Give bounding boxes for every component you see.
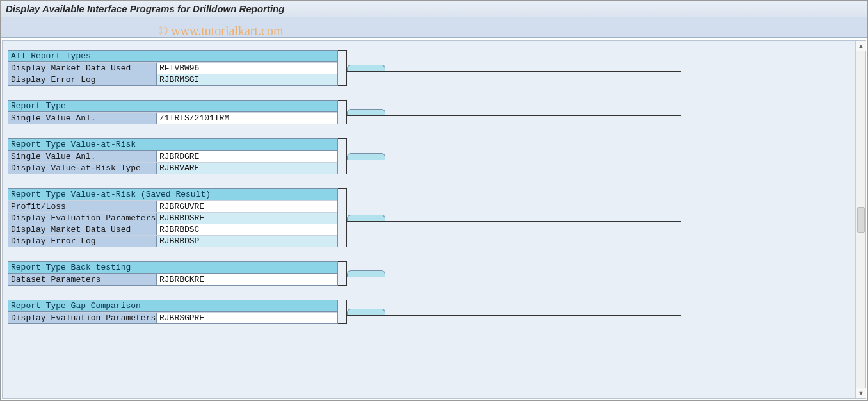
groups-container: All Report TypesDisplay Market Data Used… [8, 50, 860, 324]
table-row: Display Error LogRJBRMSGI [8, 74, 337, 85]
group: Report Type Value-at-Risk (Saved Result)… [8, 188, 860, 247]
scroll-thumb[interactable] [857, 207, 865, 233]
row-value[interactable]: RJBRBCKRE [157, 274, 337, 285]
tab-stub[interactable] [347, 215, 385, 221]
connector-line [347, 315, 681, 316]
group-connector [338, 300, 681, 324]
row-label: Single Value Anl. [8, 151, 157, 162]
connector-line [347, 221, 681, 222]
row-value[interactable]: RJBRMSGI [157, 74, 337, 85]
table-row: Display Evaluation ParametersRJBRSGPRE [8, 312, 337, 323]
table-row: Profit/LossRJBRGUVRE [8, 201, 337, 212]
group: Report Type Gap ComparisonDisplay Evalua… [8, 300, 860, 324]
group-connector [338, 50, 681, 86]
group-box: Report Type Value-at-RiskSingle Value An… [8, 138, 338, 174]
row-label: Display Error Log [8, 74, 157, 85]
tab-stub[interactable] [347, 309, 385, 315]
row-value[interactable]: RFTVBW96 [157, 63, 337, 74]
group-connector [338, 261, 681, 286]
group-header: Report Type Gap Comparison [8, 300, 337, 312]
group-box: Report TypeSingle Value Anl./1TRIS/2101T… [8, 100, 338, 124]
toolbar [1, 17, 867, 38]
group: All Report TypesDisplay Market Data Used… [8, 50, 860, 86]
vertical-scrollbar[interactable]: ▲ ▼ [855, 41, 865, 398]
row-value[interactable]: RJBRVARE [157, 163, 337, 174]
group-box: Report Type Gap ComparisonDisplay Evalua… [8, 300, 338, 324]
group-header: Report Type Value-at-Risk (Saved Result) [8, 189, 337, 201]
app-window: Display Available Interface Programs for… [0, 0, 868, 401]
group-box: Report Type Value-at-Risk (Saved Result)… [8, 188, 338, 247]
group-header: Report Type Back testing [8, 262, 337, 274]
bracket-line [338, 188, 347, 247]
row-label: Display Market Data Used [8, 224, 157, 235]
table-row: Display Market Data UsedRFTVBW96 [8, 62, 337, 74]
row-value[interactable]: /1TRIS/2101TRM [157, 113, 337, 124]
table-row: Display Error LogRJBRBDSP [8, 235, 337, 247]
scroll-up-button[interactable]: ▲ [856, 41, 866, 51]
tab-stub[interactable] [347, 65, 385, 71]
row-value[interactable]: RJBRGUVRE [157, 201, 337, 212]
group-header: Report Type Value-at-Risk [8, 139, 337, 151]
table-row: Dataset ParametersRJBRBCKRE [8, 274, 337, 285]
bracket-line [338, 138, 347, 174]
row-label: Display Market Data Used [8, 63, 157, 74]
row-value[interactable]: RJBRBDSP [157, 236, 337, 247]
row-label: Single Value Anl. [8, 113, 157, 124]
tab-stub[interactable] [347, 270, 385, 277]
row-label: Display Evaluation Parameters [8, 313, 157, 323]
tab-stub[interactable] [347, 153, 385, 160]
row-value[interactable]: RJBRDGRE [157, 151, 337, 162]
connector-line [347, 71, 681, 72]
row-value[interactable]: RJBRSGPRE [157, 313, 337, 323]
row-label: Profit/Loss [8, 201, 157, 212]
table-row: Single Value Anl.RJBRDGRE [8, 151, 337, 162]
tab-stub[interactable] [347, 109, 385, 115]
bracket-line [338, 261, 347, 286]
group: Report Type Value-at-RiskSingle Value An… [8, 138, 860, 174]
content-area: All Report TypesDisplay Market Data Used… [2, 40, 866, 399]
scroll-down-button[interactable]: ▼ [856, 388, 866, 398]
row-value[interactable]: RJBRBDSC [157, 224, 337, 235]
bracket-line [338, 300, 347, 324]
bracket-line [338, 100, 347, 124]
connector-line [347, 115, 681, 116]
row-label: Display Value-at-Risk Type [8, 163, 157, 174]
bracket-line [338, 50, 347, 86]
group-header: Report Type [8, 101, 337, 112]
row-value[interactable]: RJBRBDSRE [157, 213, 337, 224]
connector-line [347, 277, 681, 277]
table-row: Display Evaluation ParametersRJBRBDSRE [8, 212, 337, 224]
row-label: Display Evaluation Parameters [8, 213, 157, 224]
group-connector [338, 100, 681, 124]
group-connector [338, 138, 681, 174]
group-header: All Report Types [8, 51, 337, 62]
table-row: Display Value-at-Risk TypeRJBRVARE [8, 162, 337, 174]
table-row: Display Market Data UsedRJBRBDSC [8, 224, 337, 235]
group-connector [338, 188, 681, 247]
group: Report TypeSingle Value Anl./1TRIS/2101T… [8, 100, 860, 124]
group-box: All Report TypesDisplay Market Data Used… [8, 50, 338, 86]
connector-line [347, 160, 681, 160]
row-label: Display Error Log [8, 236, 157, 247]
page-title: Display Available Interface Programs for… [1, 1, 867, 17]
row-label: Dataset Parameters [8, 274, 157, 285]
table-row: Single Value Anl./1TRIS/2101TRM [8, 112, 337, 124]
group-box: Report Type Back testingDataset Paramete… [8, 261, 338, 286]
group: Report Type Back testingDataset Paramete… [8, 261, 860, 286]
